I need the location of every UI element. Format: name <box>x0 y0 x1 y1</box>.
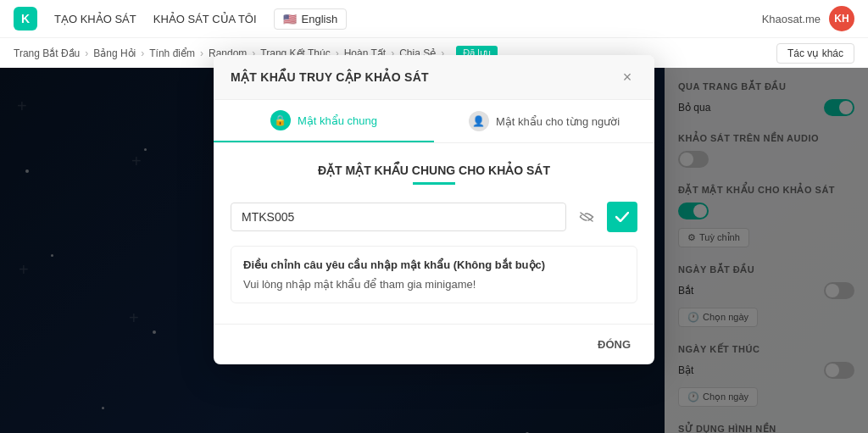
breadcrumb-sep: › <box>200 47 203 59</box>
eye-slash-icon <box>579 211 594 223</box>
site-name: Khaosat.me <box>762 13 821 25</box>
optional-section: Điều chỉnh câu yêu cầu nhập mật khẩu (Kh… <box>231 246 637 303</box>
password-row <box>231 202 637 232</box>
navbar-right: Khaosat.me KH <box>762 6 854 31</box>
password-modal: MẬT KHẨU TRUY CẬP KHẢO SÁT × 🔒 Mật khẩu … <box>214 55 654 364</box>
person-icon: 👤 <box>469 111 489 131</box>
tab-individual-password[interactable]: 👤 Mật khẩu cho từng người <box>434 100 654 142</box>
modal-header: MẬT KHẨU TRUY CẬP KHẢO SÁT × <box>214 55 654 100</box>
optional-text: Vui lòng nhập mật khẩu để tham gia minig… <box>243 278 625 291</box>
breadcrumb-sep: › <box>141 47 144 59</box>
breadcrumb-item-2[interactable]: Tính điểm <box>149 47 195 59</box>
lang-flag: 🇺🇸 <box>283 13 297 25</box>
modal-close-button[interactable]: × <box>617 67 637 87</box>
nav-my-surveys[interactable]: KHẢO SÁT CỦA TÔI <box>153 13 257 25</box>
confirm-password-button[interactable] <box>607 202 637 232</box>
lang-label: English <box>302 13 338 25</box>
user-avatar[interactable]: KH <box>829 6 854 31</box>
tab-individual-label: Mật khẩu cho từng người <box>496 115 620 128</box>
password-input[interactable] <box>231 203 566 231</box>
modal-close-btn[interactable]: ĐÓNG <box>591 335 637 354</box>
tab-shared-label: Mật khẩu chung <box>298 114 377 127</box>
breadcrumb-sep: › <box>85 47 88 59</box>
nav-create-survey[interactable]: TẠO KHẢO SÁT <box>54 13 136 25</box>
lock-icon: 🔒 <box>270 110 291 130</box>
modal-subtitle: ĐẶT MẬT KHẨU CHUNG CHO KHẢO SÁT <box>231 164 637 177</box>
modal-tabs: 🔒 Mật khẩu chung 👤 Mật khẩu cho từng ngư… <box>214 100 654 143</box>
navbar: K TẠO KHẢO SÁT KHẢO SÁT CỦA TÔI 🇺🇸 Engli… <box>0 0 868 37</box>
language-selector[interactable]: 🇺🇸 English <box>274 8 348 30</box>
more-actions-button[interactable]: Tác vụ khác <box>776 43 854 64</box>
modal-title: MẬT KHẨU TRUY CẬP KHẢO SÁT <box>231 70 429 84</box>
modal-subtitle-underline <box>413 182 455 185</box>
toggle-visibility-button[interactable] <box>573 203 600 230</box>
breadcrumb-item-0[interactable]: Trang Bắt Đầu <box>14 47 80 59</box>
logo[interactable]: K <box>14 7 37 31</box>
tab-shared-password[interactable]: 🔒 Mật khẩu chung <box>214 100 434 142</box>
breadcrumb-item-1[interactable]: Bảng Hỏi <box>93 47 136 59</box>
optional-label: Điều chỉnh câu yêu cầu nhập mật khẩu (Kh… <box>243 258 625 271</box>
checkmark-icon <box>615 212 629 222</box>
modal-footer: ĐÓNG <box>214 324 654 364</box>
modal-body: ĐẶT MẬT KHẨU CHUNG CHO KHẢO SÁT Điều chỉ… <box>214 143 654 324</box>
